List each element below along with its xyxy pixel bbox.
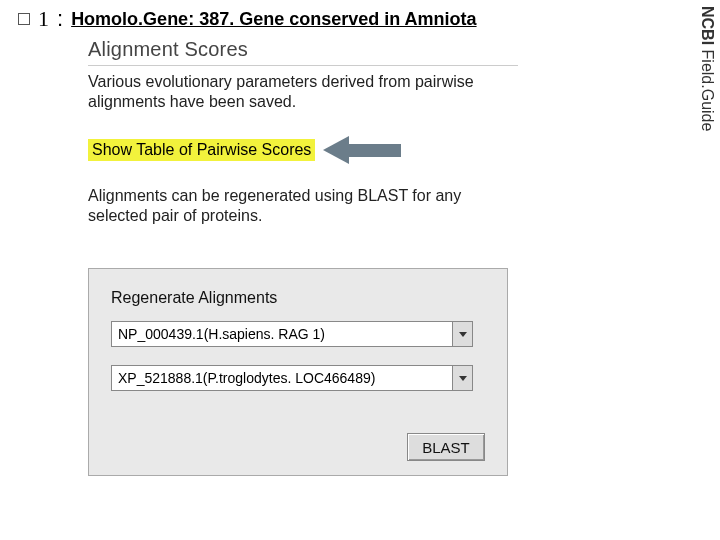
section-divider [88, 65, 518, 66]
show-table-link[interactable]: Show Table of Pairwise Scores [88, 139, 315, 161]
arrow-shaft [347, 144, 401, 157]
panel-title: Regenerate Alignments [111, 289, 485, 307]
arrow-callout [323, 136, 401, 164]
regenerate-panel: Regenerate Alignments NP_000439.1(H.sapi… [88, 268, 508, 476]
protein-select-1[interactable]: NP_000439.1(H.sapiens. RAG 1) [111, 321, 473, 347]
result-title-text: Homolo.Gene: 387. Gene conserved in Amni… [71, 9, 476, 29]
chevron-down-icon [459, 332, 467, 337]
protein-select-2-dropdown[interactable] [453, 365, 473, 391]
sidebar-brand: NCBI Field.Guide [698, 6, 716, 131]
regen-text: Alignments can be regenerated using BLAS… [88, 186, 468, 226]
chevron-down-icon [459, 376, 467, 381]
section-intro: Various evolutionary parameters derived … [88, 72, 498, 112]
blast-button[interactable]: BLAST [407, 433, 485, 461]
sidebar-light: Field.Guide [699, 45, 716, 131]
result-title-link[interactable]: Homolo.Gene: 387. Gene conserved in Amni… [71, 9, 476, 30]
result-index: 1 [38, 6, 49, 32]
section-heading: Alignment Scores [88, 38, 518, 61]
result-checkbox[interactable] [18, 13, 30, 25]
alignment-section: Alignment Scores Various evolutionary pa… [88, 38, 518, 226]
result-header: 1 : Homolo.Gene: 387. Gene conserved in … [18, 6, 477, 32]
protein-select-2-value: XP_521888.1(P.troglodytes. LOC466489) [111, 365, 453, 391]
protein-select-1-value: NP_000439.1(H.sapiens. RAG 1) [111, 321, 453, 347]
highlight-row: Show Table of Pairwise Scores [88, 136, 518, 164]
protein-select-2[interactable]: XP_521888.1(P.troglodytes. LOC466489) [111, 365, 473, 391]
arrow-left-icon [323, 136, 349, 164]
blast-button-label: BLAST [422, 439, 470, 456]
sidebar-bold: NCBI [699, 6, 716, 45]
protein-select-1-dropdown[interactable] [453, 321, 473, 347]
result-colon: : [57, 6, 63, 32]
